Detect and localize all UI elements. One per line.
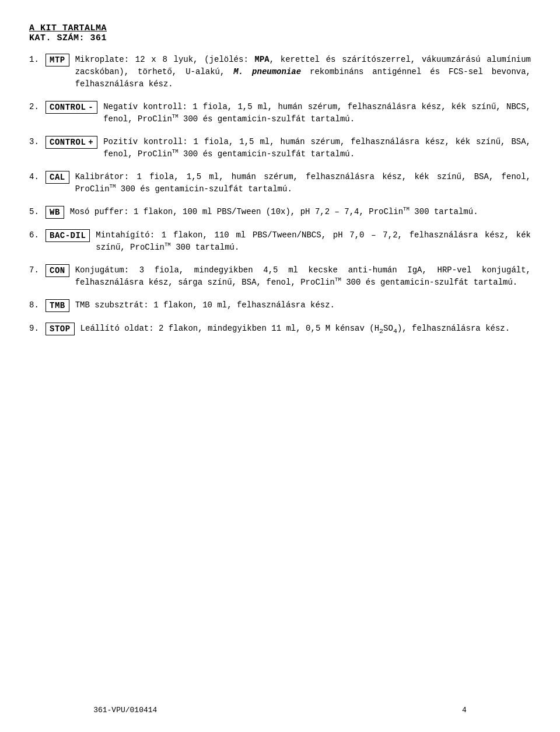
mpa-bold: MPA bbox=[254, 55, 269, 64]
section-9-label: STOP bbox=[46, 323, 75, 335]
section-3-control-pos: 3. CONTROL + Pozitív kontroll: 1 fiola, … bbox=[29, 136, 531, 160]
section-5-label: WB bbox=[46, 206, 64, 219]
section-2-sign: - bbox=[88, 103, 93, 112]
section-6-number: 6. bbox=[29, 229, 46, 240]
section-7-label: CON bbox=[46, 264, 69, 277]
section-9-number: 9. bbox=[29, 323, 46, 333]
section-3-sign: + bbox=[88, 138, 93, 147]
footer-page-number: 4 bbox=[462, 706, 467, 715]
species-italic: M. pneumoniae bbox=[233, 67, 301, 76]
section-8-content: TMB szubsztrát: 1 flakon, 10 ml, felhasz… bbox=[75, 299, 531, 311]
section-9-stop: 9. STOP Leállító oldat: 2 flakon, mindeg… bbox=[29, 323, 531, 337]
section-3-content: Pozitív kontroll: 1 fiola, 1,5 ml, humán… bbox=[103, 136, 531, 160]
section-7-con: 7. CON Konjugátum: 3 fiola, mindegyikben… bbox=[29, 264, 531, 289]
section-5-wb: 5. WB Mosó puffer: 1 flakon, 100 ml PBS/… bbox=[29, 206, 531, 219]
section-3-label: CONTROL + bbox=[46, 136, 97, 149]
h2so4-sub-h: 2 bbox=[379, 327, 383, 335]
section-1-number: 1. bbox=[29, 54, 46, 64]
section-1-mtp: 1. MTP Mikroplate: 12 x 8 lyuk, (jelölés… bbox=[29, 54, 531, 90]
proclin-sup-6: TM bbox=[164, 242, 171, 248]
section-7-number: 7. bbox=[29, 264, 46, 275]
section-9-content: Leállító oldat: 2 flakon, mindegyikben 1… bbox=[80, 323, 531, 337]
section-3-number: 3. bbox=[29, 136, 46, 146]
section-2-control-neg: 2. CONTROL - Negatív kontroll: 1 fiola, … bbox=[29, 101, 531, 125]
section-2-content: Negatív kontroll: 1 fiola, 1,5 ml, humán… bbox=[103, 101, 531, 125]
section-8-label: TMB bbox=[46, 299, 69, 312]
section-1-label: MTP bbox=[46, 54, 69, 66]
section-5-number: 5. bbox=[29, 206, 46, 216]
page-subtitle: KAT. SZÁM: 361 bbox=[29, 33, 531, 43]
page: A KIT TARTALMA KAT. SZÁM: 361 1. MTP Mik… bbox=[0, 0, 560, 382]
section-4-content: Kalibrátor: 1 fiola, 1,5 ml, humán széru… bbox=[75, 171, 531, 195]
section-8-tmb: 8. TMB TMB szubsztrát: 1 flakon, 10 ml, … bbox=[29, 299, 531, 312]
page-title: A KIT TARTALMA bbox=[29, 23, 531, 33]
section-6-bacdil: 6. BAC-DIL Mintahígító: 1 flakon, 110 ml… bbox=[29, 229, 531, 254]
section-4-label: CAL bbox=[46, 171, 69, 184]
proclin-sup-7: TM bbox=[335, 277, 341, 283]
proclin-sup-5: TM bbox=[403, 206, 410, 212]
page-header: A KIT TARTALMA KAT. SZÁM: 361 bbox=[29, 23, 531, 43]
proclin-sup-2: TM bbox=[172, 114, 178, 120]
section-2-label: CONTROL - bbox=[46, 101, 97, 114]
section-1-content: Mikroplate: 12 x 8 lyuk, (jelölés: MPA, … bbox=[75, 54, 531, 90]
section-6-label: BAC-DIL bbox=[46, 229, 90, 242]
section-7-content: Konjugátum: 3 fiola, mindegyikben 4,5 ml… bbox=[75, 264, 531, 289]
h2so4-sub-o: 4 bbox=[393, 327, 397, 335]
section-6-content: Mintahígító: 1 flakon, 110 ml PBS/Tween/… bbox=[96, 229, 531, 254]
footer: 361-VPU/010414 4 bbox=[0, 706, 560, 715]
section-8-number: 8. bbox=[29, 299, 46, 310]
proclin-sup-3: TM bbox=[172, 149, 178, 155]
proclin-sup-4: TM bbox=[110, 184, 116, 190]
section-5-content: Mosó puffer: 1 flakon, 100 ml PBS/Tween … bbox=[70, 206, 531, 218]
footer-catalog: 361-VPU/010414 bbox=[93, 706, 157, 715]
section-2-number: 2. bbox=[29, 101, 46, 111]
section-4-cal: 4. CAL Kalibrátor: 1 fiola, 1,5 ml, humá… bbox=[29, 171, 531, 195]
section-4-number: 4. bbox=[29, 171, 46, 181]
